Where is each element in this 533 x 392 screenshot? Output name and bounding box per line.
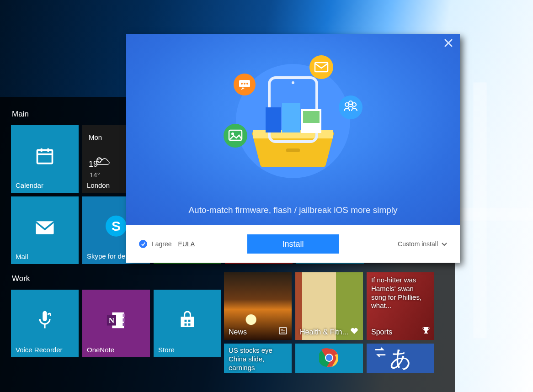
svg-rect-36 — [282, 103, 300, 132]
tile-news[interactable]: News — [224, 272, 292, 340]
tile-onenote[interactable]: N OneNote — [82, 290, 150, 357]
people-bubble-icon — [339, 95, 362, 119]
custom-install-label: Custom install — [398, 240, 438, 248]
svg-rect-32 — [286, 148, 300, 152]
svg-point-27 — [326, 355, 332, 361]
weather-day: Mon — [89, 132, 102, 142]
tile-label: News — [229, 328, 247, 336]
svg-point-43 — [246, 83, 248, 85]
live-tiles-area: News Health & Fitn... If no-hitter was H… — [224, 272, 434, 377]
svg-point-41 — [241, 83, 243, 85]
tile-chrome[interactable] — [295, 344, 363, 373]
tile-money[interactable]: US stocks eye China slide, earnings — [224, 344, 292, 373]
svg-point-49 — [339, 95, 362, 119]
tile-label: OneNote — [87, 346, 145, 354]
translator-icon: あ — [389, 344, 412, 373]
svg-rect-15 — [188, 320, 191, 322]
news-badge-icon — [279, 327, 287, 336]
image-bubble-icon — [224, 124, 247, 148]
svg-rect-12 — [123, 318, 124, 322]
installer-footer: I agree EULA Install Custom install — [126, 225, 460, 263]
tile-label: Sports — [371, 328, 392, 336]
svg-rect-6 — [43, 311, 47, 321]
svg-rect-35 — [266, 107, 281, 132]
svg-rect-14 — [185, 320, 187, 322]
money-headline: US stocks eye China slide, earnings — [229, 346, 287, 372]
svg-point-46 — [224, 124, 247, 148]
svg-rect-11 — [123, 314, 124, 317]
swap-icon — [374, 346, 387, 359]
tile-label: Calendar — [16, 181, 74, 189]
installer-dialog: Auto-match firmware, flash / jailbreak i… — [126, 34, 460, 263]
mic-icon — [37, 310, 53, 332]
tile-label: Voice Recorder — [16, 346, 74, 354]
installer-tagline: Auto-match firmware, flash / jailbreak i… — [188, 205, 397, 215]
eula-link[interactable]: EULA — [178, 240, 195, 248]
tile-label: Store — [158, 346, 217, 354]
weather-lo: 14° — [90, 171, 100, 179]
weather-content: Mon 19° 14° — [89, 132, 102, 180]
store-icon — [178, 311, 197, 332]
tile-health[interactable]: Health & Fitn... — [295, 272, 363, 340]
wallpaper-light-v — [473, 82, 487, 338]
translator-glyph: あ — [389, 346, 412, 371]
svg-rect-23 — [424, 333, 428, 334]
agree-eula-group: I agree EULA — [139, 240, 195, 248]
heart-icon — [350, 327, 358, 336]
tile-voice-recorder[interactable]: Voice Recorder — [11, 290, 79, 357]
close-icon — [444, 39, 453, 47]
mail-icon — [35, 220, 55, 237]
svg-rect-16 — [185, 323, 187, 326]
tile-store[interactable]: Store — [154, 290, 221, 357]
tile-mail[interactable]: Mail — [11, 196, 79, 264]
svg-rect-13 — [123, 323, 124, 326]
agree-text: I agree — [152, 240, 172, 248]
trophy-icon — [422, 326, 430, 336]
svg-rect-38 — [303, 111, 320, 123]
sports-headline: If no-hitter was Hamels' swan song for P… — [371, 276, 430, 310]
svg-text:N: N — [109, 316, 115, 325]
svg-rect-5 — [36, 221, 53, 234]
calendar-icon — [35, 146, 55, 168]
close-button[interactable] — [442, 39, 454, 51]
cloud-sun-icon — [95, 156, 111, 166]
installer-illustration — [197, 53, 389, 190]
install-button[interactable]: Install — [247, 234, 339, 254]
tile-label: Mail — [16, 253, 74, 260]
onenote-icon: N — [106, 310, 127, 333]
chevron-down-icon — [442, 240, 447, 248]
svg-point-44 — [309, 55, 333, 79]
installer-hero: Auto-match firmware, flash / jailbreak i… — [126, 34, 460, 225]
svg-point-48 — [231, 132, 234, 135]
svg-rect-0 — [37, 150, 53, 163]
custom-install-toggle[interactable]: Custom install — [398, 240, 447, 248]
chat-bubble-icon — [234, 74, 256, 95]
svg-rect-17 — [188, 323, 191, 326]
agree-checkbox[interactable] — [139, 240, 147, 248]
chrome-icon — [319, 348, 339, 370]
wallpaper-light-h — [457, 208, 533, 221]
svg-point-42 — [244, 83, 245, 85]
check-icon — [141, 242, 146, 247]
tile-label: Health & Fitn... — [300, 328, 348, 336]
svg-rect-22 — [425, 331, 427, 333]
mail-bubble-icon — [309, 55, 333, 79]
tile-calendar[interactable]: Calendar — [11, 125, 79, 193]
skype-icon: S — [106, 216, 127, 237]
tile-translator[interactable]: あ — [367, 344, 434, 373]
tile-sports[interactable]: If no-hitter was Hamels' swan song for P… — [367, 272, 434, 340]
svg-point-34 — [292, 81, 294, 84]
